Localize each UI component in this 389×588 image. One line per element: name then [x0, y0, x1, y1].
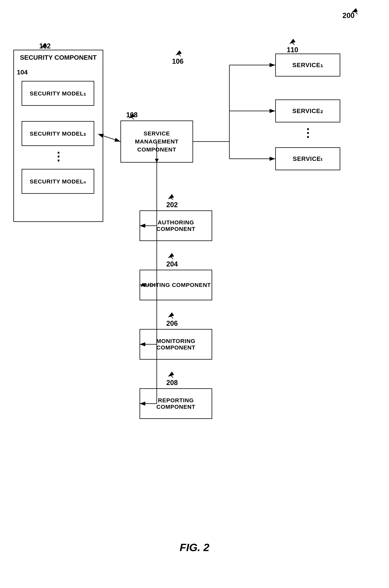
ref-202: 202 — [166, 201, 178, 209]
reporting-component: REPORTING COMPONENT — [139, 388, 212, 419]
security-model-n: SECURITY MODELₙ — [22, 169, 94, 194]
security-model-1: SECURITY MODEL₁ — [22, 81, 94, 106]
monitoring-component: MONITORING COMPONENT — [139, 329, 212, 360]
ref-102: 102 — [39, 42, 51, 50]
ref-206: 206 — [166, 319, 178, 327]
security-vdots: ⋮ — [14, 150, 103, 163]
ref-204: 204 — [166, 260, 178, 268]
svg-line-0 — [103, 136, 120, 141]
auditing-component: AUDITING COMPONENT — [139, 270, 212, 300]
service-t: SERVICEₜ — [275, 147, 340, 170]
service-2: SERVICE₂ — [275, 100, 340, 122]
service-vdots: ⋮ — [302, 126, 314, 140]
ref-108: 108 — [126, 111, 138, 119]
ref-106: 106 — [172, 57, 184, 66]
ref-104: 104 — [17, 69, 28, 76]
ref-208: 208 — [166, 379, 178, 387]
fig-label: FIG. 2 — [0, 541, 389, 553]
ref-200: 200 — [343, 11, 355, 20]
ref-110: 110 — [287, 46, 298, 54]
authoring-component: AUTHORING COMPONENT — [139, 210, 212, 241]
security-component-outer: SECURITY COMPONENT 104 SECURITY MODEL₁ S… — [13, 50, 103, 222]
service-1: SERVICE₁ — [275, 54, 340, 76]
service-management-component: SERVICE MANAGEMENT COMPONENT — [120, 121, 193, 163]
security-model-2: SECURITY MODEL₂ — [22, 121, 94, 146]
diagram: 200 102 SECURITY COMPONENT 104 SECURITY … — [0, 0, 389, 588]
security-component-title: SECURITY COMPONENT — [14, 53, 103, 62]
